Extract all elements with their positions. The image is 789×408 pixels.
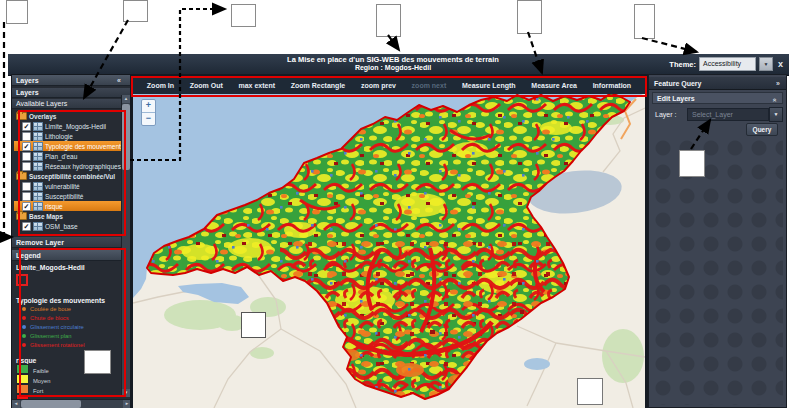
scroll-left-icon[interactable]: ◄ — [12, 400, 20, 408]
map-small-lake — [524, 358, 550, 370]
legend-point-symbol — [22, 307, 26, 311]
toolbar-button-zoom-out[interactable]: Zoom Out — [190, 82, 223, 89]
checkbox-unchecked[interactable] — [22, 152, 31, 161]
annotation-callout-box — [376, 4, 401, 37]
checkbox-unchecked[interactable] — [22, 132, 31, 141]
collapse-panel-icon[interactable]: « — [117, 75, 121, 86]
annotation-callout-box-panel — [679, 150, 705, 177]
legend-typologie-item: Coulée de boue — [22, 304, 124, 313]
legend-typologie-title: Typologie des mouvements — [16, 297, 124, 304]
collapse-section-icon[interactable]: » — [769, 98, 781, 102]
legend-typologie-label: Coulée de boue — [30, 306, 71, 312]
scroll-down-icon[interactable]: ▼ — [122, 389, 130, 397]
tree-item-plan-d-eau[interactable]: Plan_d'eau — [14, 151, 134, 161]
arrow-to-title — [388, 35, 399, 50]
tree-item-risque[interactable]: ✓risque — [14, 201, 134, 211]
layer-icon — [33, 182, 43, 191]
checkbox-checked[interactable]: ✓ — [22, 122, 31, 131]
tree-item-r-seaux-hydrographiques[interactable]: Réseaux hydrographiques — [14, 161, 134, 171]
layer-icon — [33, 122, 43, 131]
app-title: La Mise en place d'un SIG-WEB des mouvem… — [133, 55, 653, 72]
toolbar-button-zoom-next: zoom next — [412, 82, 447, 89]
theme-close-icon[interactable]: x — [776, 58, 785, 70]
tree-item-label: Réseaux hydrographiques — [45, 163, 121, 170]
tree-item-susceptibilit-[interactable]: Susceptibilité — [14, 191, 134, 201]
checkbox-unchecked[interactable] — [22, 182, 31, 191]
legend-typologie-label: Glissement plan — [30, 333, 72, 339]
layer-icon — [33, 162, 43, 171]
checkbox-unchecked[interactable] — [22, 192, 31, 201]
layers-accordion-header[interactable]: Layers — [12, 88, 131, 98]
tree-item-label: OSM_base — [45, 223, 78, 230]
layer-icon — [33, 152, 43, 161]
tree-item-label: Typologie des mouvements — [45, 143, 124, 150]
expand-panel-icon[interactable]: » — [776, 77, 780, 90]
tree-item-label: vulnerabilité — [45, 183, 80, 190]
toolbar-button-zoom-rectangle[interactable]: Zoom Rectangle — [291, 82, 345, 89]
toolbar-button-measure-length[interactable]: Measure Length — [462, 82, 516, 89]
available-layers-header[interactable]: Available Layers — [12, 99, 131, 109]
tree-item-base-maps[interactable]: Base Maps — [14, 211, 128, 221]
tree-item-vulnerabilit-[interactable]: vulnerabilité — [14, 181, 134, 191]
tree-item-typologie-des-mouvements[interactable]: ✓Typologie des mouvements — [14, 141, 134, 151]
map-toolbar: Zoom InZoom Outmax extentZoom Rectanglez… — [133, 76, 645, 94]
tree-item-label: Limite_Mogods-Hedil — [45, 123, 106, 130]
screenshot-root: La Mise en place d'un SIG-WEB des mouvem… — [0, 0, 789, 408]
feature-query-header[interactable]: Feature Query » — [649, 77, 786, 90]
checkbox-unchecked[interactable] — [22, 162, 31, 171]
checkbox-checked[interactable]: ✓ — [22, 202, 31, 211]
scrollbar-thumb[interactable] — [21, 400, 81, 408]
toolbar-button-zoom-prev[interactable]: zoom prev — [361, 82, 396, 89]
legend-point-symbol — [22, 325, 26, 329]
zoom-out-button[interactable]: − — [142, 113, 155, 125]
layer-label: Layer : — [652, 111, 687, 118]
toolbar-button-zoom-in[interactable]: Zoom In — [147, 82, 174, 89]
remove-layer-button[interactable]: Remove Layer — [12, 237, 131, 248]
layer-icon — [33, 202, 43, 211]
tree-item-label: Overlays — [29, 113, 56, 120]
theme-dropdown-arrow-icon[interactable]: ▼ — [759, 57, 773, 71]
checkbox-checked[interactable]: ✓ — [22, 142, 31, 151]
legend-typologie-item: Glissement rotationel — [22, 340, 124, 349]
legend-limite-label: Limite_Mogods-Hedil — [16, 264, 124, 271]
tree-item-limite-mogods-hedil[interactable]: ✓Limite_Mogods-Hedil — [14, 121, 134, 131]
annotation-callout-box — [6, 0, 28, 24]
toolbar-button-measure-area[interactable]: Measure Area — [531, 82, 577, 89]
tree-item-label: Susceptibilité combinée/Vul — [29, 173, 115, 180]
annotation-callout-box — [634, 4, 655, 39]
layers-panel-vertical-scrollbar[interactable]: ▲ ▼ — [121, 95, 130, 397]
checkbox-checked[interactable]: ✓ — [22, 222, 31, 231]
folder-icon — [16, 172, 27, 180]
theme-label: Theme: — [669, 60, 696, 69]
edit-layers-header[interactable]: Edit Layers » — [652, 92, 783, 104]
legend-limite-symbol — [16, 274, 28, 286]
legend-typologie-item: Glissement plan — [22, 331, 124, 340]
layer-icon — [33, 222, 43, 231]
tree-item-label: risque — [45, 203, 63, 210]
legend-risque-label: Fort — [33, 388, 43, 394]
arrow-to-theme — [642, 38, 697, 52]
scrollbar-thumb[interactable] — [122, 104, 130, 170]
tree-item-susceptibilit-combin-e-vul[interactable]: Susceptibilité combinée/Vul — [14, 171, 128, 181]
layer-select-input[interactable]: Select_Layer — [687, 108, 769, 121]
legend-body: Limite_Mogods-Hedil Typologie des mouvem… — [16, 262, 124, 404]
annotation-callout-box-legend — [84, 350, 111, 374]
legend-typologie-label: Glissement circulaire — [30, 324, 84, 330]
zoom-in-button[interactable]: + — [142, 100, 155, 113]
theme-area: Theme: Accessibility ▼ x — [669, 57, 785, 71]
tree-item-lithologie[interactable]: Lithologie — [14, 131, 134, 141]
annotation-callout-box — [123, 0, 148, 22]
query-button[interactable]: Query — [746, 123, 778, 136]
scroll-up-icon[interactable]: ▲ — [122, 95, 130, 103]
layers-panel-horizontal-scrollbar[interactable]: ◄ ► — [12, 399, 131, 408]
map-viewport[interactable] — [133, 94, 645, 408]
layer-select-arrow-icon[interactable]: ▼ — [769, 107, 783, 122]
legend-header[interactable]: Legend — [12, 250, 131, 261]
tree-item-overlays[interactable]: Overlays — [14, 111, 128, 121]
theme-select[interactable]: Accessibility — [699, 57, 756, 71]
toolbar-button-max-extent[interactable]: max extent — [239, 82, 276, 89]
tree-item-osm-base[interactable]: ✓OSM_base — [14, 221, 134, 231]
toolbar-button-information[interactable]: Information — [593, 82, 632, 89]
annotation-callout-box — [517, 0, 542, 34]
layers-panel-header[interactable]: Layers « — [12, 75, 131, 86]
